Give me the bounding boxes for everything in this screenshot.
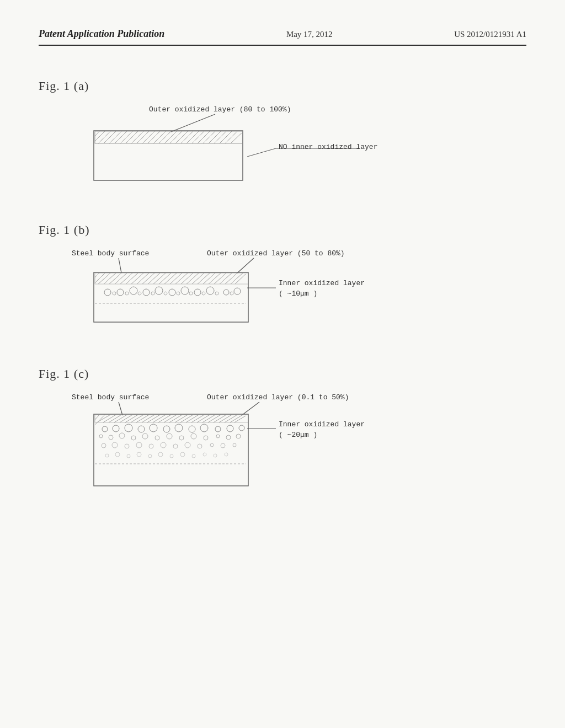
svg-line-5 [98,131,110,143]
svg-line-58 [209,273,221,284]
svg-point-161 [158,452,163,457]
svg-point-141 [216,435,220,438]
svg-line-88 [242,402,259,415]
figure-1c-diagram: Steel body surface Outer oxidized layer … [39,392,526,502]
svg-point-128 [215,426,221,432]
svg-line-54 [186,273,199,284]
svg-point-144 [102,443,106,448]
svg-line-94 [103,415,116,422]
svg-point-70 [181,287,189,295]
svg-line-59 [214,273,226,284]
svg-line-112 [202,415,215,422]
svg-point-74 [234,288,241,295]
svg-line-24 [203,131,215,143]
svg-point-76 [125,292,129,295]
svg-line-20 [181,131,193,143]
fig1c-svg [39,392,425,502]
svg-line-109 [186,415,199,422]
svg-point-80 [177,292,180,295]
svg-line-9 [120,131,132,143]
svg-point-166 [214,454,217,457]
svg-line-60 [220,273,232,284]
svg-line-115 [219,415,232,422]
svg-line-3 [95,131,99,136]
svg-line-13 [142,131,154,143]
svg-point-153 [210,443,214,447]
svg-rect-89 [94,414,248,486]
svg-point-120 [113,425,119,432]
svg-point-125 [175,424,183,432]
svg-line-30 [247,148,276,157]
svg-point-160 [148,454,152,458]
svg-line-99 [131,415,143,422]
svg-point-73 [223,290,229,295]
svg-point-134 [131,436,136,440]
svg-point-64 [104,289,111,296]
svg-line-40 [109,273,121,284]
svg-line-7 [109,131,121,143]
svg-point-131 [99,435,103,438]
svg-line-101 [142,415,154,422]
svg-line-114 [214,415,226,422]
svg-point-65 [117,289,124,296]
svg-line-8 [115,131,127,143]
svg-point-66 [130,287,137,295]
svg-line-15 [153,131,166,143]
svg-line-55 [192,273,204,284]
svg-line-110 [191,415,204,422]
svg-line-116 [225,415,237,422]
svg-line-44 [131,273,143,284]
figure-1a-diagram: Outer oxidized layer (80 to 100%) [39,104,526,192]
figure-1b-section: Fig. 1 (b) Steel body surface Outer oxid… [39,223,526,336]
svg-point-152 [198,444,202,448]
svg-point-84 [230,292,233,295]
svg-line-21 [186,131,199,143]
svg-line-49 [159,273,171,284]
svg-point-163 [180,452,185,457]
svg-point-75 [113,292,116,295]
svg-line-11 [131,131,143,143]
svg-line-61 [225,273,237,284]
svg-line-95 [109,415,121,422]
svg-point-132 [109,435,113,440]
svg-line-53 [181,273,193,284]
svg-point-155 [233,443,236,447]
svg-line-45 [137,273,149,284]
fig1b-svg [39,248,425,334]
publication-number: US 2012/0121931 A1 [454,28,526,39]
svg-point-149 [161,442,166,448]
svg-line-106 [169,415,182,422]
svg-point-68 [155,287,163,295]
svg-line-97 [120,415,132,422]
svg-point-165 [203,453,206,456]
svg-line-57 [203,273,215,284]
svg-line-118 [234,416,246,422]
svg-line-33 [237,258,254,273]
svg-line-56 [198,273,210,284]
fig1a-no-inner-label: NO inner oxidized layer [279,142,377,153]
svg-line-27 [220,131,232,143]
svg-line-10 [126,131,138,143]
svg-line-48 [153,273,166,284]
svg-point-126 [189,426,195,432]
svg-line-29 [231,133,242,143]
svg-point-121 [125,424,132,432]
svg-line-96 [114,415,127,422]
svg-point-154 [221,443,225,448]
svg-line-42 [120,273,132,284]
svg-point-122 [138,426,145,432]
svg-line-12 [137,131,149,143]
svg-line-47 [148,273,160,284]
svg-line-111 [197,415,210,422]
svg-line-105 [164,415,177,422]
svg-point-143 [236,434,241,438]
svg-line-28 [225,131,237,143]
figure-1c-section: Fig. 1 (c) Steel body surface Outer oxid… [39,367,526,502]
svg-point-164 [192,454,195,458]
svg-point-151 [185,442,190,448]
svg-point-71 [194,289,201,296]
svg-point-150 [173,444,178,448]
svg-rect-2 [95,131,243,143]
svg-line-6 [104,131,116,143]
svg-line-17 [164,131,177,143]
